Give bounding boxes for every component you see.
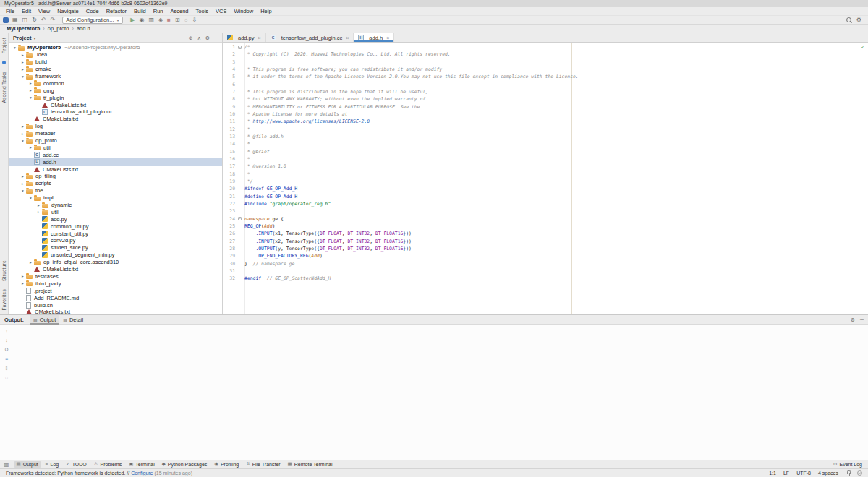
tree-item-dynamic[interactable]: ▸dynamic [9,202,222,209]
tree-item-util[interactable]: ▸util [9,208,222,215]
tree-item-tensorflow-add-plugin-cc[interactable]: Ctensorflow_add_plugin.cc [9,108,222,116]
menu-item-window[interactable]: Window [230,8,257,14]
tool-window-button-remote-terminal[interactable]: ▦Remote Terminal [285,461,336,468]
menu-item-edit[interactable]: Edit [18,8,35,14]
configure-link[interactable]: Configure [131,470,153,476]
tool-button-favorites[interactable]: Favorites [1,289,7,310]
readonly-lock-icon[interactable] [846,473,850,476]
project-panel-title[interactable]: Project [13,35,31,41]
code-editor[interactable]: 1−/*2 * Copyright (C) 2020. Huawei Techn… [223,43,868,314]
tool-window-button-profiling[interactable]: ◉Profiling [211,461,242,468]
tree-item-tbe[interactable]: ▾tbe [9,187,222,194]
expand-arrow-icon[interactable]: ▸ [20,281,26,285]
tree-item-metadef[interactable]: ▸metadef [9,130,222,137]
tree-item-build-sh[interactable]: build.sh [9,301,222,309]
hide-panel-icon[interactable]: ─ [214,35,218,40]
scroll-down-icon[interactable]: ↓ [5,338,8,343]
tree-item-cmakelists-txt[interactable]: CMakeLists.txt [9,309,222,314]
tree-item-cmakelists-txt[interactable]: CMakeLists.txt [9,116,222,123]
tree-item-add-cc[interactable]: Cadd.cc [9,151,222,158]
breadcrumb-item-op-proto[interactable]: op_proto [48,25,69,32]
tree-item-cmakelists-txt[interactable]: CMakeLists.txt [9,166,222,173]
panel-settings-icon[interactable]: ⚙ [205,35,210,40]
tree-item-op-tiling[interactable]: ▸op_tiling [9,173,222,180]
tree-item-constant-util-py[interactable]: constant_util.py [9,230,222,237]
expand-arrow-icon[interactable]: ▸ [20,132,26,136]
expand-arrow-icon[interactable]: ▸ [20,124,26,129]
settings-gear-icon[interactable]: ⚙ [856,17,861,23]
tree-item-cmakelists-txt[interactable]: CMakeLists.txt [9,266,222,273]
chevron-down-icon[interactable] [33,35,35,41]
tool-button-structure[interactable]: Structure [1,260,7,281]
breadcrumb-item-add-h[interactable]: add.h [77,25,90,32]
expand-arrow-icon[interactable]: ▸ [20,67,26,72]
expand-arrow-icon[interactable]: ▸ [20,53,26,57]
clear-output-icon[interactable]: ◌ [5,375,8,380]
tree-item-unsorted-segment-min-py[interactable]: unsorted_segment_min.py [9,252,222,259]
tree-item-impl[interactable]: ▾impl [9,194,222,202]
undo-icon[interactable]: ↶ [41,17,46,23]
close-icon[interactable]: × [346,35,349,40]
menu-item-tools[interactable]: Tools [192,8,213,14]
scroll-up-icon[interactable]: ↑ [5,328,8,333]
tree-item-scripts[interactable]: ▸scripts [9,180,222,187]
tree-item-myoperator5[interactable]: ▾MyOperator5~/AscendProjects/MyOperator5 [9,44,222,51]
tool-window-switcher-icon[interactable] [4,461,9,468]
profiler-icon[interactable]: ◈ [158,17,163,23]
scroll-to-end-icon[interactable]: ⇩ [4,366,9,371]
tree-item-third-party[interactable]: ▸third_party [9,280,222,287]
tree-item-idea[interactable]: ▸.idea [9,51,222,59]
tree-item-common[interactable]: ▸common [9,80,222,87]
menu-item-help[interactable]: Help [257,8,275,14]
tree-item-add-readme-md[interactable]: Add_README.md [9,294,222,301]
build-icon[interactable]: ⊞ [175,17,180,23]
tree-item-strided-slice-py[interactable]: strided_slice.py [9,244,222,252]
expand-arrow-icon[interactable]: ▸ [27,88,34,93]
event-log-button[interactable]: ⊙Event Log [830,461,865,468]
tree-item-tf-plugin[interactable]: ▾tf_plugin [9,94,222,101]
tree-item-framework[interactable]: ▾framework [9,73,222,80]
sync-icon[interactable]: ↻ [32,17,37,23]
tree-item-cmakelists-txt[interactable]: CMakeLists.txt [9,101,222,108]
menu-item-code[interactable]: Code [82,8,103,14]
locate-file-icon[interactable]: ⊕ [189,35,193,40]
expand-arrow-icon[interactable]: ▸ [27,145,34,150]
line-separator-widget[interactable]: LF [783,470,789,476]
output-settings-icon[interactable]: ⚙ [851,317,855,322]
expand-arrow-icon[interactable]: ▸ [20,60,26,64]
code-link[interactable]: http://www.apache.org/licenses/LICENSE-2… [253,119,370,124]
run-config-combo[interactable]: Add Configuration... [62,17,123,24]
menu-item-ascend[interactable]: Ascend [167,8,192,14]
soft-wrap-icon[interactable]: ≡ [5,356,8,361]
dry-run-icon[interactable]: ◌ [184,17,188,23]
collapse-arrow-icon[interactable]: ▾ [27,196,34,200]
collapse-arrow-icon[interactable]: ▾ [27,95,34,100]
collapse-arrow-icon[interactable]: ▾ [20,74,26,79]
open-icon[interactable]: ▦ [12,17,18,23]
coverage-icon[interactable]: ▥ [148,17,154,23]
redo-icon[interactable]: ↷ [51,17,56,23]
indent-widget[interactable]: 4 spaces [818,470,838,476]
expand-arrow-icon[interactable]: ▸ [27,81,34,85]
search-icon[interactable] [846,17,852,23]
output-tab-output[interactable]: ▤Output [30,315,59,325]
expand-arrow-icon[interactable]: ▸ [20,274,26,278]
tree-item-util[interactable]: ▸util [9,144,222,151]
tree-item-add-h[interactable]: Hadd.h [9,158,222,166]
save-all-icon[interactable]: ◫ [22,17,28,23]
close-icon[interactable]: × [258,35,261,40]
collapse-all-icon[interactable]: ∧ [197,35,201,40]
collapse-arrow-icon[interactable]: ▾ [12,46,18,50]
run-icon[interactable]: ▶ [130,17,135,23]
expand-arrow-icon[interactable]: ▸ [27,260,34,265]
tree-item-op-proto[interactable]: ▾op_proto [9,137,222,145]
deploy-icon[interactable]: ⇩ [192,17,197,23]
tool-window-button-output[interactable]: ▤Output [14,461,41,468]
debug-icon[interactable]: ◉ [139,17,144,23]
editor-tab-add-py[interactable]: add.py× [223,33,266,42]
tree-item-omg[interactable]: ▸omg [9,87,222,94]
tool-button-project[interactable]: Project [1,38,7,53]
expand-arrow-icon[interactable]: ▸ [20,174,26,179]
collapse-arrow-icon[interactable]: ▾ [20,189,26,193]
tool-window-button-problems[interactable]: ⚠Problems [91,461,124,468]
